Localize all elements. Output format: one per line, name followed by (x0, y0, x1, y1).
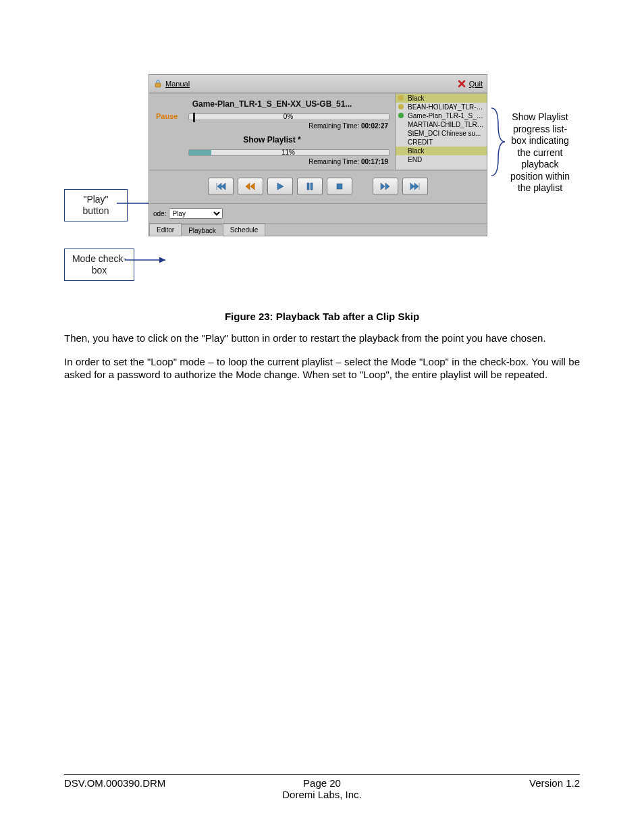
close-icon[interactable] (457, 79, 466, 88)
playlist-listbox[interactable]: BlackBEAN-HOLIDAY_TLR-1R...Game-Plan_TLR… (395, 94, 487, 170)
stop-button[interactable] (327, 178, 352, 195)
clip-remaining: Remaining Time: 00:02:27 (156, 122, 388, 130)
mode-row: ode: Play (149, 203, 487, 223)
lock-icon (153, 79, 163, 88)
tab-editor[interactable]: Editor (149, 224, 182, 236)
svg-rect-6 (337, 184, 342, 189)
skip-back-button[interactable] (208, 178, 234, 195)
status-label: Pause (156, 112, 188, 120)
fast-forward-button[interactable] (373, 178, 398, 195)
callout-mode-checkbox: Mode check-box (64, 249, 134, 281)
mode-select[interactable]: Play (169, 208, 223, 219)
paragraph-1: Then, you have to click on the "Play" bu… (64, 332, 580, 345)
show-remaining: Remaining Time: 00:17:19 (156, 158, 388, 165)
list-item[interactable]: Black (396, 94, 487, 103)
list-item[interactable]: StEM_DCI Chinese su... (396, 129, 487, 138)
titlebar: Manual Quit (149, 75, 487, 93)
tab-schedule[interactable]: Schedule (223, 224, 266, 236)
play-button[interactable] (267, 178, 293, 195)
callout-play-button: "Play" button (64, 189, 128, 221)
list-item[interactable]: Game-Plan_TLR-1_S_E... (396, 111, 487, 120)
skip-forward-button[interactable] (402, 178, 428, 195)
page-footer: DSV.OM.000390.DRM Page 20Doremi Labs, In… (64, 774, 580, 800)
tab-bar: EditorPlaybackSchedule (149, 223, 487, 236)
svg-rect-4 (307, 183, 309, 190)
show-progress[interactable]: 11% (188, 147, 388, 157)
list-item[interactable]: CREDIT (396, 138, 487, 147)
list-item[interactable]: Black (396, 147, 487, 155)
footer-right: Version 1.2 (408, 777, 580, 800)
callout-playlist-listbox: Show Playlist progress list-box indicati… (510, 111, 570, 194)
transport-bar (149, 170, 487, 203)
show-title: Show Playlist * (156, 135, 388, 145)
pause-button[interactable] (297, 178, 323, 195)
quit-link[interactable]: Quit (469, 80, 483, 88)
mode-label: ode: (153, 210, 166, 217)
show-progress-pct: 11% (281, 149, 295, 156)
list-item[interactable]: END (396, 155, 487, 164)
progress-pane: Game-Plan_TLR-1_S_EN-XX_US-GB_51... Paus… (149, 94, 395, 170)
clip-title: Game-Plan_TLR-1_S_EN-XX_US-GB_51... (156, 99, 388, 109)
figure-caption: Figure 23: Playback Tab after a Clip Ski… (64, 311, 580, 322)
brace-icon (488, 105, 508, 179)
footer-left: DSV.OM.000390.DRM (64, 777, 236, 800)
clip-progress-pct: 0% (284, 113, 293, 120)
rewind-button[interactable] (238, 178, 263, 195)
clip-progress[interactable]: 0% (188, 111, 388, 121)
svg-rect-5 (311, 183, 313, 190)
figure-23: "Play" button Mode check-box Show Playli… (64, 74, 580, 297)
playback-window: Manual Quit Game-Plan_TLR-1_S_EN-XX_US-G… (149, 74, 487, 236)
manual-link[interactable]: Manual (165, 80, 457, 88)
paragraph-2: In order to set the "Loop" mode – to loo… (64, 355, 580, 382)
footer-center: Page 20Doremi Labs, Inc. (236, 777, 408, 800)
list-item[interactable]: BEAN-HOLIDAY_TLR-1R... (396, 103, 487, 111)
svg-rect-1 (155, 83, 161, 87)
list-item[interactable]: MARTIAN-CHILD_TLR-1... (396, 120, 487, 129)
tab-playback[interactable]: Playback (181, 224, 223, 236)
